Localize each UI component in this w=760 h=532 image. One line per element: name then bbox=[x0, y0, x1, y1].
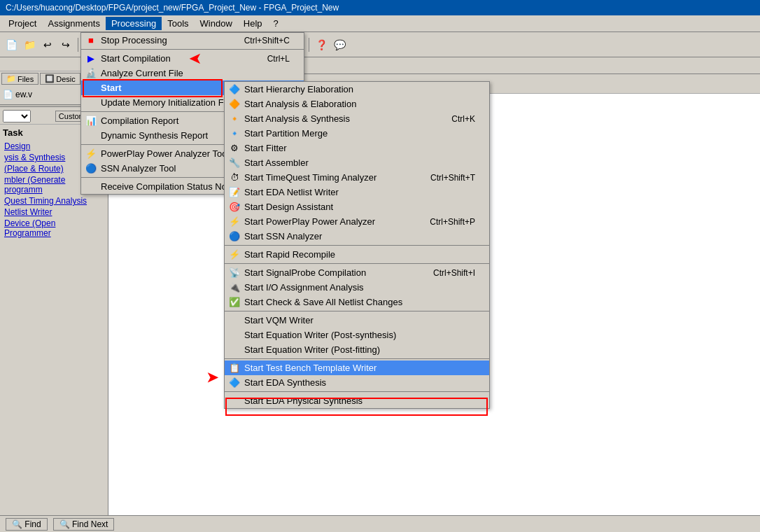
sub-io-assignment[interactable]: 🔌 Start I/O Assignment Analysis bbox=[225, 280, 489, 295]
stop-shortcut: Ctrl+Shift+C bbox=[244, 36, 290, 46]
sub-powerplay-analyzer[interactable]: ⚡ Start PowerPlay Power Analyzer Ctrl+Sh… bbox=[225, 214, 489, 229]
sub-sep-2 bbox=[225, 263, 489, 264]
find-label: Find bbox=[24, 519, 41, 529]
sub-check-save[interactable]: ✅ Start Check & Save All Netlist Changes bbox=[225, 295, 489, 309]
sub-sep-3 bbox=[225, 311, 489, 312]
menu-tools[interactable]: Tools bbox=[162, 17, 194, 30]
find-next-btn[interactable]: 🔍 Find Next bbox=[53, 518, 115, 531]
find-next-icon: 🔍 bbox=[59, 519, 70, 529]
toolbar-redo[interactable]: ↪ bbox=[57, 36, 74, 53]
find-icon: 🔍 bbox=[12, 519, 22, 529]
sub-sep-1 bbox=[225, 245, 489, 246]
sub-sep-4 bbox=[225, 358, 489, 359]
stop-label: Stop Processing bbox=[101, 35, 167, 46]
design-assistant-icon: 🎯 bbox=[227, 200, 241, 214]
analysis-elab-label: Start Analysis & Elaboration bbox=[244, 99, 356, 109]
analyze-icon: 🔬 bbox=[84, 66, 98, 80]
sub-fitter[interactable]: ⚙ Start Fitter bbox=[225, 141, 489, 155]
eda-netlist-icon: 📝 bbox=[227, 186, 241, 200]
menu-assignments[interactable]: Assignments bbox=[42, 17, 105, 30]
analysis-synth-icon: 🔸 bbox=[227, 112, 241, 126]
timequest-shortcut: Ctrl+Shift+T bbox=[430, 173, 475, 183]
powerplay-shortcut: Ctrl+Shift+P bbox=[430, 217, 475, 227]
sub-partition-merge[interactable]: 🔹 Start Partition Merge bbox=[225, 126, 489, 141]
find-btn[interactable]: 🔍 Find bbox=[6, 518, 48, 531]
eda-physical-label: Start EDA Physical Synthesis bbox=[244, 396, 363, 406]
sub-analysis-synth[interactable]: 🔸 Start Analysis & Synthesis Ctrl+K bbox=[225, 111, 489, 126]
sub-rapid-recompile[interactable]: ⚡ Start Rapid Recompile bbox=[225, 247, 489, 262]
tab-design-label: Desic bbox=[56, 75, 76, 83]
eda-synth-icon: 🔷 bbox=[227, 376, 241, 390]
compile-icon: ▶ bbox=[84, 52, 98, 66]
title-text: C:/Users/huacong/Desktop/FPGA/project_ne… bbox=[6, 3, 339, 13]
sub-eda-physical[interactable]: Start EDA Physical Synthesis bbox=[225, 393, 489, 408]
ssn-label: SSN Analyzer Tool bbox=[101, 163, 176, 174]
ssn-analyzer-icon: 🔵 bbox=[227, 230, 241, 244]
sub-equation-writer-synth[interactable]: Start Equation Writer (Post-synthesis) bbox=[225, 328, 489, 342]
sub-vqm-writer[interactable]: Start VQM Writer bbox=[225, 313, 489, 328]
toolbar-new[interactable]: 📄 bbox=[3, 36, 20, 53]
powerplay-label: PowerPlay Power Analyzer Tool bbox=[101, 148, 229, 159]
start-icon bbox=[84, 81, 98, 95]
sub-eda-netlist[interactable]: 📝 Start EDA Netlist Writer bbox=[225, 185, 489, 200]
task-timing[interactable]: Quest Timing Analysis bbox=[3, 195, 105, 206]
toolbar-sep3 bbox=[309, 38, 309, 52]
timequest-icon: ⏱ bbox=[227, 171, 241, 185]
report-label: Compilation Report bbox=[101, 115, 178, 126]
sub-assembler[interactable]: 🔧 Start Assembler bbox=[225, 155, 489, 170]
ssn-icon: 🔵 bbox=[84, 162, 98, 176]
menu-bar: Project Assignments Processing Tools Win… bbox=[0, 15, 760, 32]
hier-label: Start Hierarchy Elaboration bbox=[244, 84, 353, 94]
menu-project[interactable]: Project bbox=[3, 17, 42, 30]
sub-eda-synthesis[interactable]: 🔷 Start EDA Synthesis bbox=[225, 375, 489, 390]
toolbar-help-icon[interactable]: ❓ bbox=[313, 36, 330, 53]
sep-1 bbox=[81, 49, 304, 50]
sub-analysis-elab[interactable]: 🔶 Start Analysis & Elaboration bbox=[225, 97, 489, 111]
menu-stop-processing[interactable]: ■ Stop Processing Ctrl+Shift+C bbox=[81, 33, 304, 48]
hier-icon: 🔷 bbox=[227, 83, 241, 97]
analysis-synth-label: Start Analysis & Synthesis bbox=[244, 113, 350, 124]
sub-signalprobe[interactable]: 📡 Start SignalProbe Compilation Ctrl+Shi… bbox=[225, 265, 489, 280]
powerplay-analyzer-icon: ⚡ bbox=[227, 215, 241, 229]
tab-files[interactable]: 📁 Files bbox=[1, 73, 38, 85]
toolbar-undo[interactable]: ↩ bbox=[39, 36, 56, 53]
menu-questionmark[interactable]: ? bbox=[268, 17, 284, 30]
design-assistant-label: Start Design Assistant bbox=[244, 202, 333, 212]
toolbar-info-icon[interactable]: 💬 bbox=[331, 36, 348, 53]
signalprobe-icon: 📡 bbox=[227, 266, 241, 280]
menu-analyze-current[interactable]: 🔬 Analyze Current File bbox=[81, 66, 304, 80]
fitter-icon: ⚙ bbox=[227, 141, 241, 155]
testbench-icon: 📋 bbox=[227, 361, 241, 375]
menu-help[interactable]: Help bbox=[238, 17, 268, 30]
menu-window[interactable]: Window bbox=[195, 17, 238, 30]
sub-timequest[interactable]: ⏱ Start TimeQuest Timing Analyzer Ctrl+S… bbox=[225, 170, 489, 185]
analyze-label: Analyze Current File bbox=[101, 68, 183, 78]
title-bar: C:/Users/huacong/Desktop/FPGA/project_ne… bbox=[0, 0, 760, 15]
sub-ssn-analyzer[interactable]: 🔵 Start SSN Analyzer bbox=[225, 229, 489, 244]
sub-sep-5 bbox=[225, 391, 489, 392]
toolbar-open[interactable]: 📁 bbox=[21, 36, 38, 53]
sub-hierarchy[interactable]: 🔷 Start Hierarchy Elaboration bbox=[225, 82, 489, 97]
tab-design[interactable]: 🔲 Desic bbox=[40, 73, 80, 85]
update-memory-label: Update Memory Initialization File bbox=[101, 97, 233, 108]
status-bar: 🔍 Find 🔍 Find Next bbox=[0, 515, 760, 532]
compile-shortcut: Ctrl+L bbox=[267, 54, 290, 64]
task-dropdown[interactable] bbox=[3, 110, 31, 122]
assembler-icon: 🔧 bbox=[227, 156, 241, 170]
analysis-synth-shortcut: Ctrl+K bbox=[451, 114, 475, 124]
sub-testbench-writer[interactable]: 📋 Start Test Bench Template Writer bbox=[225, 360, 489, 375]
signalprobe-label: Start SignalProbe Compilation bbox=[244, 267, 366, 278]
sub-equation-writer-fitting[interactable]: Start Equation Writer (Post-fitting) bbox=[225, 342, 489, 357]
file-label: ew.v bbox=[15, 90, 32, 99]
eda-synthesis-label: Start EDA Synthesis bbox=[244, 377, 326, 388]
menu-start-compilation[interactable]: ▶ Start Compilation Ctrl+L bbox=[81, 51, 304, 66]
sub-design-assistant[interactable]: 🎯 Start Design Assistant bbox=[225, 200, 489, 214]
files-icon: 📁 bbox=[6, 74, 16, 83]
check-icon: ✅ bbox=[227, 295, 241, 309]
task-netlist[interactable]: Netlist Writer bbox=[3, 206, 105, 218]
task-device[interactable]: Device (Open Programmer bbox=[3, 218, 105, 239]
io-label: Start I/O Assignment Analysis bbox=[244, 282, 364, 293]
menu-processing[interactable]: Processing bbox=[106, 17, 162, 30]
eda-netlist-label: Start EDA Netlist Writer bbox=[244, 187, 339, 197]
toolbar-sep1 bbox=[78, 38, 78, 52]
